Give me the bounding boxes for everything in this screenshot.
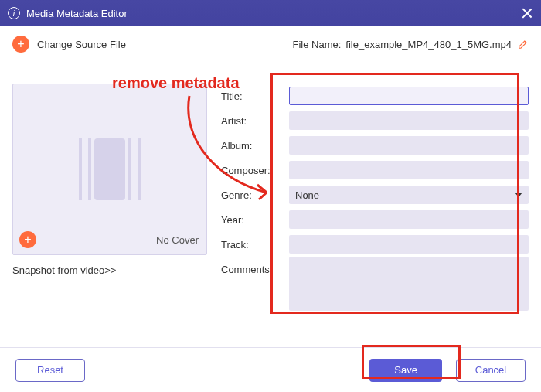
change-source-button[interactable]: + Change Source File [12, 36, 126, 53]
file-name-value: file_example_MP4_480_1_5MG.mp4 [345, 39, 512, 50]
footer: Reset Save Cancel [0, 347, 541, 392]
title-input[interactable] [289, 87, 529, 105]
composer-input[interactable] [289, 161, 529, 179]
cover-bottom-row: + No Cover [19, 231, 199, 248]
artist-input[interactable] [289, 111, 529, 130]
label-composer: Composer: [221, 158, 289, 182]
label-year: Year: [221, 207, 289, 232]
film-icon [71, 131, 148, 208]
file-name-label: File Name: [293, 39, 342, 50]
info-icon: i [8, 7, 20, 19]
edit-filename-button[interactable] [518, 39, 529, 49]
pencil-icon [518, 39, 529, 49]
form-inputs: None [289, 84, 529, 314]
file-name-display: File Name: file_example_MP4_480_1_5MG.mp… [293, 39, 529, 50]
genre-value: None [295, 189, 319, 201]
chevron-down-icon [515, 193, 522, 197]
album-input[interactable] [289, 136, 529, 155]
cover-preview: + No Cover [12, 84, 207, 255]
no-cover-label: No Cover [156, 234, 199, 246]
comments-input[interactable] [289, 257, 529, 311]
form-column: Title: Artist: Album: Composer: Genre: Y… [221, 84, 529, 314]
close-icon[interactable] [521, 7, 533, 19]
track-input[interactable] [289, 235, 529, 254]
plus-icon: + [12, 36, 29, 53]
label-genre: Genre: [221, 182, 289, 207]
year-input[interactable] [289, 210, 529, 229]
window-title: Media Metadata Editor [26, 8, 128, 19]
form-labels: Title: Artist: Album: Composer: Genre: Y… [221, 84, 289, 314]
change-source-label: Change Source File [37, 39, 126, 50]
label-artist: Artist: [221, 108, 289, 133]
save-button[interactable]: Save [369, 359, 442, 382]
label-title: Title: [221, 84, 289, 108]
body-row: + No Cover Snapshot from video>> Title: … [12, 84, 529, 314]
label-album: Album: [221, 133, 289, 158]
cover-column: + No Cover Snapshot from video>> [12, 84, 221, 314]
reset-button[interactable]: Reset [15, 359, 85, 382]
top-row: + Change Source File File Name: file_exa… [12, 36, 529, 53]
genre-select[interactable]: None [289, 186, 529, 204]
cancel-button[interactable]: Cancel [456, 359, 526, 382]
snapshot-link[interactable]: Snapshot from video>> [12, 264, 221, 276]
label-comments: Comments: [221, 257, 289, 281]
title-bar: i Media Metadata Editor [0, 0, 541, 26]
add-cover-button[interactable]: + [19, 231, 36, 248]
label-track: Track: [221, 232, 289, 257]
content-area: + Change Source File File Name: file_exa… [0, 26, 541, 347]
